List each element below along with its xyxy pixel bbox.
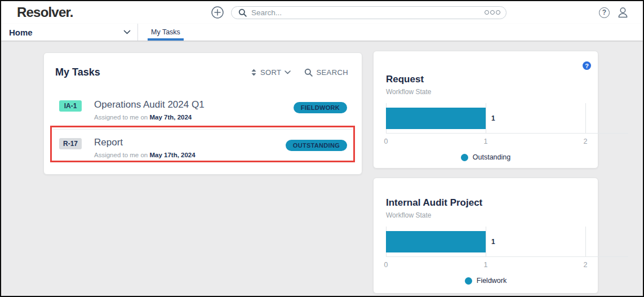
ellipsis-icon bbox=[496, 10, 500, 15]
task-row-operations-audit[interactable]: IA-1 Operations Audit 2024 Q1 Assigned t… bbox=[44, 92, 362, 129]
search-icon bbox=[304, 68, 313, 77]
assigned-prefix: Assigned to me on bbox=[94, 152, 148, 158]
bar-outstanding bbox=[386, 108, 486, 129]
task-row-report[interactable]: R-17 Report Assigned to me on May 17th, … bbox=[44, 130, 362, 167]
gridline bbox=[585, 227, 586, 257]
chart-legend: Fieldwork bbox=[386, 277, 585, 285]
sort-button-label: SORT bbox=[260, 68, 281, 77]
tick-label: 2 bbox=[584, 138, 588, 145]
status-badge: OUTSTANDING bbox=[286, 140, 347, 151]
task-main: Report Assigned to me on May 17th, 2024 bbox=[94, 137, 286, 158]
gridline bbox=[585, 103, 586, 134]
ellipsis-icon bbox=[485, 10, 489, 15]
active-tab-indicator bbox=[148, 38, 184, 41]
gridline bbox=[486, 227, 486, 257]
task-title: Operations Audit 2024 Q1 bbox=[94, 99, 294, 110]
gridline bbox=[486, 103, 486, 134]
legend-label: Fieldwork bbox=[477, 277, 507, 285]
task-list: IA-1 Operations Audit 2024 Q1 Assigned t… bbox=[44, 92, 362, 167]
home-dropdown[interactable]: Home bbox=[1, 24, 138, 41]
page-content: My Tasks SORT bbox=[1, 41, 643, 296]
x-axis-ticks: 0 1 2 bbox=[386, 138, 585, 146]
assigned-prefix: Assigned to me on bbox=[94, 114, 148, 121]
tick-label: 1 bbox=[484, 261, 488, 269]
task-main: Operations Audit 2024 Q1 Assigned to me … bbox=[94, 99, 294, 121]
x-axis-line bbox=[386, 133, 628, 134]
my-tasks-controls: SORT SEARCH bbox=[251, 68, 348, 77]
chevron-down-icon bbox=[285, 70, 291, 74]
help-icon: ? bbox=[585, 63, 589, 69]
tab-my-tasks-label: My Tasks bbox=[151, 28, 180, 36]
user-icon bbox=[616, 6, 629, 19]
legend-dot-icon bbox=[461, 154, 468, 161]
bar-chart: 1 bbox=[386, 103, 585, 134]
search-options-button[interactable] bbox=[485, 10, 500, 15]
x-axis-ticks: 0 1 2 bbox=[386, 261, 585, 269]
tasks-search-button[interactable]: SEARCH bbox=[304, 68, 348, 77]
tick-label: 1 bbox=[484, 138, 488, 145]
home-dropdown-label: Home bbox=[9, 28, 33, 37]
status-badge: FIELDWORK bbox=[294, 102, 347, 113]
task-id-badge: IA-1 bbox=[59, 100, 82, 112]
chart-title: Internal Audit Project bbox=[386, 178, 598, 209]
help-button[interactable]: ? bbox=[599, 7, 610, 18]
bar-chart: 1 bbox=[386, 227, 585, 257]
tasks-search-button-label: SEARCH bbox=[316, 68, 348, 77]
header-right-icons: ? bbox=[599, 6, 629, 19]
assigned-date: May 7th, 2024 bbox=[149, 114, 192, 121]
nav-bar: Home My Tasks bbox=[1, 24, 643, 41]
chart-help-button[interactable]: ? bbox=[583, 61, 591, 70]
sort-arrows-icon bbox=[251, 69, 257, 76]
x-axis-line bbox=[386, 256, 628, 257]
assigned-date: May 17th, 2024 bbox=[149, 152, 195, 158]
bar-value-label: 1 bbox=[491, 238, 495, 246]
task-assigned-text: Assigned to me on May 7th, 2024 bbox=[94, 114, 294, 121]
legend-dot-icon bbox=[465, 277, 472, 285]
search-input[interactable] bbox=[251, 8, 480, 17]
resolver-logo: Resolver. bbox=[17, 5, 211, 20]
app-header: Resolver. ? bbox=[1, 1, 643, 24]
sort-button[interactable]: SORT bbox=[251, 68, 291, 77]
task-assigned-text: Assigned to me on May 17th, 2024 bbox=[94, 152, 286, 158]
plus-circle-icon bbox=[211, 6, 224, 19]
task-title: Report bbox=[94, 137, 286, 148]
chart-title: Request bbox=[386, 51, 598, 85]
global-search-bar[interactable] bbox=[231, 6, 507, 19]
request-chart-card: ? Request Workflow State 1 0 1 2 Outstan… bbox=[373, 51, 598, 169]
tick-label: 0 bbox=[384, 138, 388, 145]
ellipsis-icon bbox=[490, 10, 495, 15]
my-tasks-card: My Tasks SORT bbox=[43, 52, 362, 175]
bar-fieldwork bbox=[386, 231, 486, 252]
search-icon bbox=[238, 8, 247, 17]
chart-legend: Outstanding bbox=[386, 153, 585, 161]
add-button[interactable] bbox=[211, 6, 224, 19]
chart-subtitle: Workflow State bbox=[386, 211, 598, 219]
my-tasks-card-header: My Tasks SORT bbox=[44, 53, 362, 78]
tick-label: 2 bbox=[584, 261, 588, 269]
help-icon: ? bbox=[602, 8, 606, 16]
chevron-down-icon bbox=[123, 30, 131, 34]
bar-value-label: 1 bbox=[491, 114, 495, 122]
tab-my-tasks[interactable]: My Tasks bbox=[148, 24, 184, 41]
legend-label: Outstanding bbox=[473, 153, 510, 161]
chart-subtitle: Workflow State bbox=[386, 88, 598, 96]
task-id-badge: R-17 bbox=[59, 138, 82, 149]
my-tasks-title: My Tasks bbox=[55, 67, 100, 78]
tick-label: 0 bbox=[384, 261, 388, 269]
internal-audit-project-chart-card: Internal Audit Project Workflow State 1 … bbox=[373, 178, 598, 294]
resolver-app-window: Resolver. ? bbox=[0, 0, 644, 297]
user-menu-button[interactable] bbox=[616, 6, 629, 19]
